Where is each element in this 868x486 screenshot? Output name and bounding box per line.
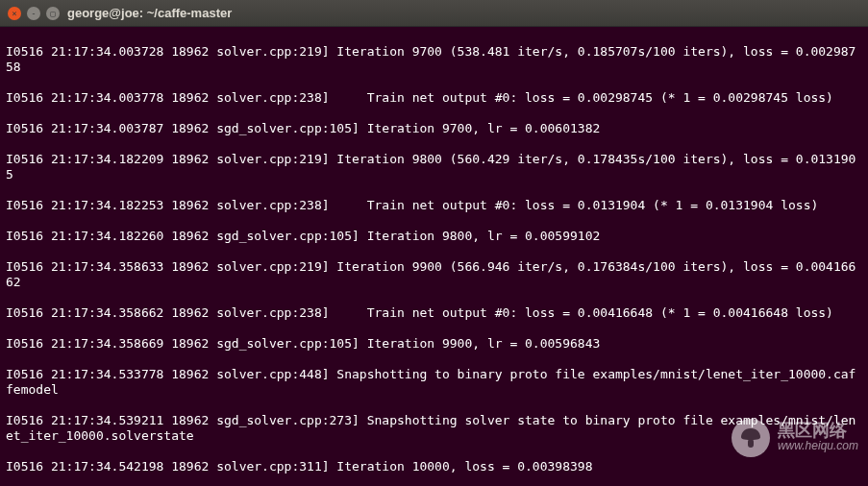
window-buttons: × ‐ ▢	[8, 7, 60, 20]
window-titlebar: × ‐ ▢ george@joe: ~/caffe-master	[0, 0, 868, 27]
log-line: I0516 21:17:34.358633 18962 solver.cpp:2…	[6, 259, 862, 290]
minimize-icon[interactable]: ‐	[27, 7, 40, 20]
log-line: I0516 21:17:34.182253 18962 solver.cpp:2…	[6, 198, 862, 213]
log-line: I0516 21:17:34.358669 18962 sgd_solver.c…	[6, 336, 862, 352]
terminal-output[interactable]: I0516 21:17:34.003728 18962 solver.cpp:2…	[0, 27, 868, 486]
log-line: I0516 21:17:34.539211 18962 sgd_solver.c…	[6, 413, 862, 444]
window-title: george@joe: ~/caffe-master	[67, 6, 232, 21]
maximize-icon[interactable]: ▢	[46, 7, 60, 20]
log-line: I0516 21:17:34.003787 18962 sgd_solver.c…	[6, 121, 862, 136]
log-line: I0516 21:17:34.533778 18962 solver.cpp:4…	[6, 367, 862, 398]
log-line: I0516 21:17:34.182209 18962 solver.cpp:2…	[6, 152, 862, 182]
log-line: I0516 21:17:34.182260 18962 sgd_solver.c…	[6, 229, 862, 244]
log-line: I0516 21:17:34.003728 18962 solver.cpp:2…	[6, 44, 862, 75]
log-line: I0516 21:17:34.542198 18962 solver.cpp:3…	[6, 459, 862, 474]
log-line: I0516 21:17:34.358662 18962 solver.cpp:2…	[6, 305, 862, 321]
log-line: I0516 21:17:34.003778 18962 solver.cpp:2…	[6, 90, 862, 106]
close-icon[interactable]: ×	[8, 7, 21, 20]
